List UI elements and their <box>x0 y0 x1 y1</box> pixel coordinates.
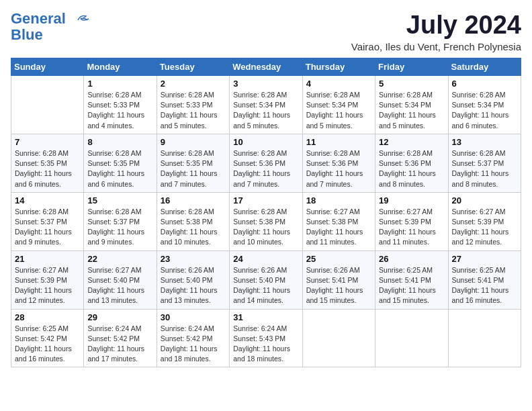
calendar-table: SundayMondayTuesdayWednesdayThursdayFrid… <box>11 58 521 367</box>
logo-general: General <box>11 10 66 27</box>
calendar-cell: 19Sunrise: 6:27 AMSunset: 5:39 PMDayligh… <box>375 192 448 250</box>
day-info: Sunrise: 6:28 AMSunset: 5:38 PMDaylight:… <box>161 207 226 248</box>
logo-blue: Blue <box>11 26 43 43</box>
calendar-cell: 20Sunrise: 6:27 AMSunset: 5:39 PMDayligh… <box>448 192 521 250</box>
day-info: Sunrise: 6:28 AMSunset: 5:36 PMDaylight:… <box>379 148 444 189</box>
weekday-header-wednesday: Wednesday <box>230 58 302 76</box>
calendar-cell: 1Sunrise: 6:28 AMSunset: 5:33 PMDaylight… <box>84 76 157 134</box>
day-number: 15 <box>87 195 152 205</box>
day-info: Sunrise: 6:27 AMSunset: 5:39 PMDaylight:… <box>15 265 80 306</box>
day-number: 28 <box>15 312 80 322</box>
calendar-cell: 16Sunrise: 6:28 AMSunset: 5:38 PMDayligh… <box>157 192 229 250</box>
day-number: 12 <box>379 137 444 147</box>
calendar-cell: 18Sunrise: 6:27 AMSunset: 5:38 PMDayligh… <box>302 192 375 250</box>
day-number: 31 <box>233 312 298 322</box>
weekday-header-row: SundayMondayTuesdayWednesdayThursdayFrid… <box>11 58 521 76</box>
day-number: 23 <box>161 254 226 264</box>
day-info: Sunrise: 6:28 AMSunset: 5:34 PMDaylight:… <box>452 90 517 131</box>
calendar-cell <box>11 76 84 134</box>
day-info: Sunrise: 6:28 AMSunset: 5:34 PMDaylight:… <box>379 90 444 131</box>
day-info: Sunrise: 6:27 AMSunset: 5:39 PMDaylight:… <box>379 207 444 248</box>
calendar-week-row: 1Sunrise: 6:28 AMSunset: 5:33 PMDaylight… <box>11 76 521 134</box>
calendar-cell: 15Sunrise: 6:28 AMSunset: 5:37 PMDayligh… <box>84 192 157 250</box>
day-info: Sunrise: 6:28 AMSunset: 5:36 PMDaylight:… <box>306 148 371 189</box>
day-number: 18 <box>306 195 371 205</box>
day-number: 4 <box>306 79 371 89</box>
day-info: Sunrise: 6:24 AMSunset: 5:43 PMDaylight:… <box>233 324 298 365</box>
calendar-cell: 8Sunrise: 6:28 AMSunset: 5:35 PMDaylight… <box>84 134 157 192</box>
calendar-cell: 6Sunrise: 6:28 AMSunset: 5:34 PMDaylight… <box>448 76 521 134</box>
weekday-header-friday: Friday <box>375 58 448 76</box>
day-info: Sunrise: 6:27 AMSunset: 5:40 PMDaylight:… <box>87 265 152 306</box>
day-info: Sunrise: 6:28 AMSunset: 5:36 PMDaylight:… <box>233 148 298 189</box>
day-info: Sunrise: 6:28 AMSunset: 5:35 PMDaylight:… <box>87 148 152 189</box>
day-info: Sunrise: 6:28 AMSunset: 5:38 PMDaylight:… <box>233 207 298 248</box>
day-info: Sunrise: 6:28 AMSunset: 5:34 PMDaylight:… <box>233 90 298 131</box>
logo-text: General Blue <box>11 11 66 43</box>
calendar-cell: 28Sunrise: 6:25 AMSunset: 5:42 PMDayligh… <box>11 309 84 367</box>
calendar-cell <box>448 309 521 367</box>
day-number: 3 <box>233 79 298 89</box>
calendar-cell: 12Sunrise: 6:28 AMSunset: 5:36 PMDayligh… <box>375 134 448 192</box>
logo: General Blue <box>11 11 90 43</box>
day-number: 17 <box>233 195 298 205</box>
day-info: Sunrise: 6:28 AMSunset: 5:33 PMDaylight:… <box>161 90 226 131</box>
calendar-week-row: 14Sunrise: 6:28 AMSunset: 5:37 PMDayligh… <box>11 192 521 250</box>
calendar-cell: 24Sunrise: 6:26 AMSunset: 5:40 PMDayligh… <box>230 250 302 309</box>
day-number: 10 <box>233 137 298 147</box>
calendar-cell: 22Sunrise: 6:27 AMSunset: 5:40 PMDayligh… <box>84 250 157 309</box>
day-number: 1 <box>87 79 152 89</box>
calendar-cell: 7Sunrise: 6:28 AMSunset: 5:35 PMDaylight… <box>11 134 84 192</box>
day-info: Sunrise: 6:28 AMSunset: 5:37 PMDaylight:… <box>452 148 517 189</box>
calendar-week-row: 28Sunrise: 6:25 AMSunset: 5:42 PMDayligh… <box>11 309 521 367</box>
calendar-cell: 13Sunrise: 6:28 AMSunset: 5:37 PMDayligh… <box>448 134 521 192</box>
day-info: Sunrise: 6:25 AMSunset: 5:42 PMDaylight:… <box>15 324 80 365</box>
month-title: July 2024 <box>351 11 521 40</box>
day-info: Sunrise: 6:28 AMSunset: 5:34 PMDaylight:… <box>306 90 371 131</box>
day-number: 27 <box>452 254 517 264</box>
day-info: Sunrise: 6:28 AMSunset: 5:35 PMDaylight:… <box>15 148 80 189</box>
day-number: 6 <box>452 79 517 89</box>
calendar-cell: 2Sunrise: 6:28 AMSunset: 5:33 PMDaylight… <box>157 76 229 134</box>
day-number: 9 <box>161 137 226 147</box>
day-number: 2 <box>161 79 226 89</box>
calendar-cell: 17Sunrise: 6:28 AMSunset: 5:38 PMDayligh… <box>230 192 302 250</box>
calendar-cell: 31Sunrise: 6:24 AMSunset: 5:43 PMDayligh… <box>230 309 302 367</box>
calendar-week-row: 21Sunrise: 6:27 AMSunset: 5:39 PMDayligh… <box>11 250 521 309</box>
calendar-cell: 14Sunrise: 6:28 AMSunset: 5:37 PMDayligh… <box>11 192 84 250</box>
day-number: 19 <box>379 195 444 205</box>
day-number: 16 <box>161 195 226 205</box>
day-number: 30 <box>161 312 226 322</box>
day-info: Sunrise: 6:26 AMSunset: 5:40 PMDaylight:… <box>161 265 226 306</box>
day-number: 29 <box>87 312 152 322</box>
day-info: Sunrise: 6:28 AMSunset: 5:33 PMDaylight:… <box>87 90 152 131</box>
weekday-header-thursday: Thursday <box>302 58 375 76</box>
calendar-cell: 4Sunrise: 6:28 AMSunset: 5:34 PMDaylight… <box>302 76 375 134</box>
calendar-cell: 10Sunrise: 6:28 AMSunset: 5:36 PMDayligh… <box>230 134 302 192</box>
day-info: Sunrise: 6:25 AMSunset: 5:41 PMDaylight:… <box>452 265 517 306</box>
day-info: Sunrise: 6:27 AMSunset: 5:39 PMDaylight:… <box>452 207 517 248</box>
day-number: 13 <box>452 137 517 147</box>
day-info: Sunrise: 6:26 AMSunset: 5:40 PMDaylight:… <box>233 265 298 306</box>
day-info: Sunrise: 6:28 AMSunset: 5:37 PMDaylight:… <box>87 207 152 248</box>
calendar-cell: 21Sunrise: 6:27 AMSunset: 5:39 PMDayligh… <box>11 250 84 309</box>
weekday-header-saturday: Saturday <box>448 58 521 76</box>
day-info: Sunrise: 6:28 AMSunset: 5:37 PMDaylight:… <box>15 207 80 248</box>
calendar-cell <box>375 309 448 367</box>
calendar-cell: 29Sunrise: 6:24 AMSunset: 5:42 PMDayligh… <box>84 309 157 367</box>
calendar-cell: 25Sunrise: 6:26 AMSunset: 5:41 PMDayligh… <box>302 250 375 309</box>
day-number: 22 <box>87 254 152 264</box>
day-number: 7 <box>15 137 80 147</box>
calendar-cell: 3Sunrise: 6:28 AMSunset: 5:34 PMDaylight… <box>230 76 302 134</box>
calendar-cell: 9Sunrise: 6:28 AMSunset: 5:35 PMDaylight… <box>157 134 229 192</box>
logo-bird-icon <box>69 13 90 28</box>
day-info: Sunrise: 6:24 AMSunset: 5:42 PMDaylight:… <box>161 324 226 365</box>
day-info: Sunrise: 6:27 AMSunset: 5:38 PMDaylight:… <box>306 207 371 248</box>
day-info: Sunrise: 6:26 AMSunset: 5:41 PMDaylight:… <box>306 265 371 306</box>
calendar-cell: 11Sunrise: 6:28 AMSunset: 5:36 PMDayligh… <box>302 134 375 192</box>
day-number: 11 <box>306 137 371 147</box>
page-header: General Blue July 2024 Vairao, Iles du V… <box>11 11 521 52</box>
day-number: 14 <box>15 195 80 205</box>
day-info: Sunrise: 6:28 AMSunset: 5:35 PMDaylight:… <box>161 148 226 189</box>
calendar-cell: 5Sunrise: 6:28 AMSunset: 5:34 PMDaylight… <box>375 76 448 134</box>
